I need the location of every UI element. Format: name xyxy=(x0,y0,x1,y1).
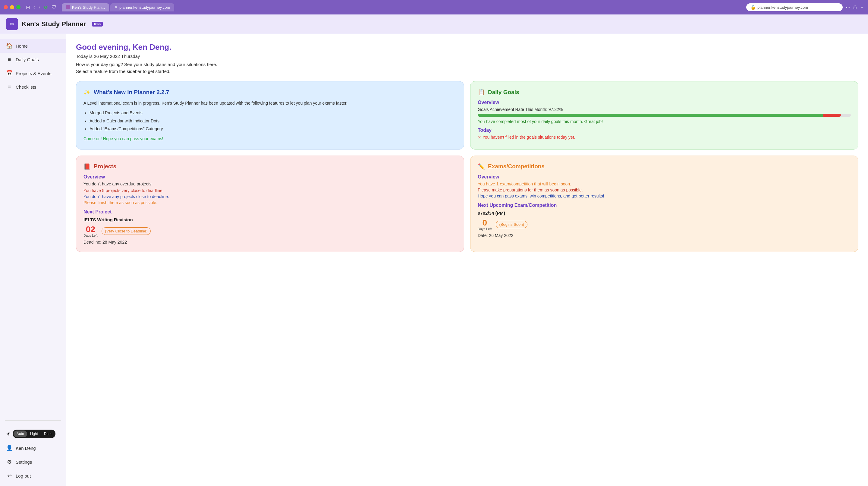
goals-comment: You have completed most of your daily go… xyxy=(478,119,851,124)
no-overdue-text: You don't have any overdue projects. xyxy=(84,182,457,186)
progress-bar-bg xyxy=(478,114,851,117)
feature-item-3: Added "Exams/Competitions" Category xyxy=(90,125,457,132)
user-icon: 👤 xyxy=(6,445,13,451)
back-icon[interactable]: ‹ xyxy=(33,4,35,10)
minimize-button[interactable] xyxy=(10,5,14,9)
checklist-icon: ≡ xyxy=(6,84,13,90)
daily-goals-overview-title: Overview xyxy=(478,100,851,105)
theme-light[interactable]: Light xyxy=(27,430,41,437)
sparkle-icon: ✨ xyxy=(84,89,91,96)
sidebar-label-home: Home xyxy=(16,43,28,49)
tab-icon-study xyxy=(66,5,70,9)
greeting-text: Good evening, Ken Deng. xyxy=(76,42,858,52)
feature-item-2: Added a Calendar with Indicator Dots xyxy=(90,118,457,124)
exams-overview-title: Overview xyxy=(478,174,851,180)
daily-goals-icon: 📋 xyxy=(478,89,485,96)
app-layout: 🏠 Home ≡ Daily Goals 📅 Projects & Events… xyxy=(0,34,868,486)
sidebar-label-projects: Projects & Events xyxy=(16,71,51,76)
date-text: Today is 26 May 2022 Thursday xyxy=(76,54,858,59)
sidebar-item-settings[interactable]: ⚙ Settings xyxy=(0,455,66,469)
browser-chrome: ⊟ ‹ › ⟳ 🛡 Ken's Study Plan... ✕ planner.… xyxy=(0,0,868,14)
theme-auto[interactable]: Auto xyxy=(13,430,27,437)
app-header: ✏ Ken's Study Planner IPv6 xyxy=(0,14,868,34)
projects-no-close: You don't have any projects close to dea… xyxy=(84,194,457,199)
progress-bar-fill xyxy=(478,114,841,117)
sidebar-nav: 🏠 Home ≡ Daily Goals 📅 Projects & Events… xyxy=(0,39,66,417)
theme-toggle[interactable]: Auto Light Dark xyxy=(13,430,56,438)
days-left-box: 02 Days Left xyxy=(84,225,97,237)
tab-label-1: Ken's Study Plan... xyxy=(72,5,105,10)
sidebar-item-logout[interactable]: ↩ Log out xyxy=(0,469,66,483)
tab-planner-url[interactable]: ✕ planner.kenstudyjourney.com xyxy=(110,3,174,11)
deadline-row: 02 Days Left (Very Close to Deadline) xyxy=(84,225,457,237)
exam-begins-badge: (Begins Soon) xyxy=(496,221,527,228)
exam-deadline-row: 0 Days Left (Begins Soon) xyxy=(478,219,851,231)
card-daily-goals: 📋 Daily Goals Overview Goals Achievement… xyxy=(470,81,858,150)
home-icon: 🏠 xyxy=(6,42,13,49)
share-icon[interactable]: ⎙ xyxy=(854,4,857,10)
today-title: Today xyxy=(478,127,851,133)
days-left-number: 02 xyxy=(84,225,97,234)
gear-icon: ⚙ xyxy=(6,459,13,465)
tagline-text: How is your day going? See your study pl… xyxy=(76,62,858,67)
sidebar-item-user[interactable]: 👤 Ken Deng xyxy=(0,441,66,455)
sidebar-label-checklists: Checklists xyxy=(16,84,36,90)
deadline-date: Deadline: 28 May 2022 xyxy=(84,240,457,244)
logo-icon: ✏ xyxy=(10,21,15,28)
exam-days-number: 0 xyxy=(478,219,492,227)
whats-new-title: ✨ What's New in Planner 2.2.7 xyxy=(84,89,457,96)
theme-icon: ☀ xyxy=(6,431,10,437)
sidebar: 🏠 Home ≡ Daily Goals 📅 Projects & Events… xyxy=(0,34,66,486)
next-project-title: Next Project xyxy=(84,209,457,215)
new-tab-icon[interactable]: ＋ xyxy=(860,4,864,10)
refresh-icon[interactable]: ⟳ xyxy=(44,4,48,10)
card-projects: 📕 Projects Overview You don't have any o… xyxy=(76,156,464,252)
sidebar-item-home[interactable]: 🏠 Home xyxy=(0,39,66,53)
exam-hope-text: Hope you can pass exams, win competition… xyxy=(478,193,851,199)
address-bar[interactable]: 🔒 planner.kenstudyjourney.com xyxy=(746,3,843,11)
feature-item-1: Merged Projects and Events xyxy=(90,110,457,116)
select-feature-text: Select a feature from the sidebar to get… xyxy=(76,69,858,74)
projects-finish-soon: Please finish them as soon as possible. xyxy=(84,200,457,205)
close-button[interactable] xyxy=(4,5,8,9)
card-exams: ✏️ Exams/Competitions Overview You have … xyxy=(470,156,858,252)
sidebar-logout-label: Log out xyxy=(16,473,31,479)
sidebar-item-checklists[interactable]: ≡ Checklists xyxy=(0,80,66,94)
projects-icon: 📕 xyxy=(84,163,91,170)
sidebar-toggle-icon[interactable]: ⊟ xyxy=(26,4,30,10)
main-content: Good evening, Ken Deng. Today is 26 May … xyxy=(66,34,868,486)
exams-title: ✏️ Exams/Competitions xyxy=(478,163,851,170)
forward-icon[interactable]: › xyxy=(38,4,40,10)
projects-overview-title: Overview xyxy=(84,174,457,180)
list-icon: ≡ xyxy=(6,56,13,63)
sidebar-item-daily-goals[interactable]: ≡ Daily Goals xyxy=(0,53,66,66)
theme-dark[interactable]: Dark xyxy=(41,430,55,437)
exam-date: Date: 26 May 2022 xyxy=(478,233,851,238)
project-name: IELTS Writing Revision xyxy=(84,217,457,222)
tab-study-planner[interactable]: Ken's Study Plan... xyxy=(62,3,109,11)
maximize-button[interactable] xyxy=(16,5,21,9)
tab-label-2: planner.kenstudyjourney.com xyxy=(119,5,170,10)
more-icon[interactable]: ⋯ xyxy=(846,4,850,10)
calendar-icon: 📅 xyxy=(6,70,13,77)
exam-days-label: Days Left xyxy=(478,227,492,231)
whats-new-body: A Level international exam is in progres… xyxy=(84,100,457,142)
cards-grid: ✨ What's New in Planner 2.2.7 A Level in… xyxy=(76,81,858,252)
card-whats-new: ✨ What's New in Planner 2.2.7 A Level in… xyxy=(76,81,464,150)
sidebar-item-projects-events[interactable]: 📅 Projects & Events xyxy=(0,66,66,80)
browser-nav-icons: ⊟ ‹ › ⟳ 🛡 xyxy=(26,4,56,10)
exam-name: 9702/34 (PM) xyxy=(478,210,851,216)
sidebar-bottom: ☀ Auto Light Dark 👤 Ken Deng ⚙ Settings … xyxy=(0,424,66,485)
app-logo: ✏ xyxy=(6,18,18,30)
browser-tabs: Ken's Study Plan... ✕ planner.kenstudyjo… xyxy=(62,3,743,11)
exam-soon-text: You have 1 exam/competition that will be… xyxy=(478,182,851,186)
projects-title: 📕 Projects xyxy=(84,163,457,170)
tab-close-icon[interactable]: ✕ xyxy=(115,5,118,9)
sidebar-label-daily-goals: Daily Goals xyxy=(16,57,39,62)
sidebar-user-name: Ken Deng xyxy=(16,446,36,451)
sidebar-settings-label: Settings xyxy=(16,459,32,464)
theme-switcher: ☀ Auto Light Dark xyxy=(0,427,66,441)
projects-warning-close: You have 5 projects very close to deadli… xyxy=(84,188,457,193)
next-exam-title: Next Upcoming Exam/Competition xyxy=(478,203,851,208)
exam-prepare-text: Please make preparations for them as soo… xyxy=(478,187,851,192)
